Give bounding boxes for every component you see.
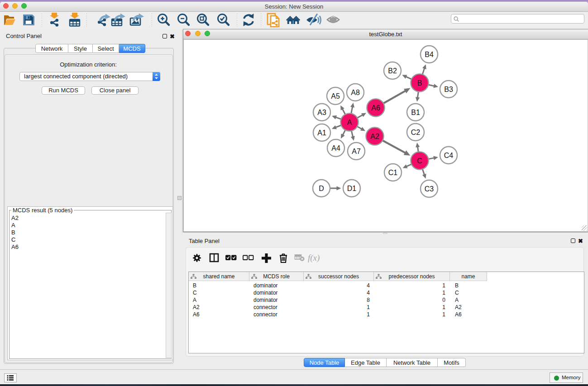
svg-text:B1: B1 xyxy=(411,109,420,116)
svg-text:C1: C1 xyxy=(388,169,398,176)
svg-text:A7: A7 xyxy=(352,148,361,155)
svg-text:B: B xyxy=(417,79,422,87)
svg-text:D1: D1 xyxy=(347,185,357,192)
svg-text:A: A xyxy=(347,119,352,126)
svg-text:C4: C4 xyxy=(444,152,454,159)
svg-text:A2: A2 xyxy=(370,133,379,140)
svg-text:C3: C3 xyxy=(425,185,434,193)
svg-text:B2: B2 xyxy=(388,67,397,75)
svg-text:B3: B3 xyxy=(444,86,453,93)
svg-text:A1: A1 xyxy=(317,129,326,137)
svg-text:D: D xyxy=(319,185,324,192)
svg-text:A5: A5 xyxy=(331,92,340,100)
svg-text:B4: B4 xyxy=(425,51,434,58)
svg-text:C: C xyxy=(417,157,422,165)
svg-text:C2: C2 xyxy=(411,129,421,136)
svg-text:A8: A8 xyxy=(351,89,360,96)
svg-text:A6: A6 xyxy=(371,104,380,112)
svg-text:A4: A4 xyxy=(331,144,340,152)
svg-text:f(x): f(x) xyxy=(308,253,320,263)
svg-text:A3: A3 xyxy=(317,109,326,116)
